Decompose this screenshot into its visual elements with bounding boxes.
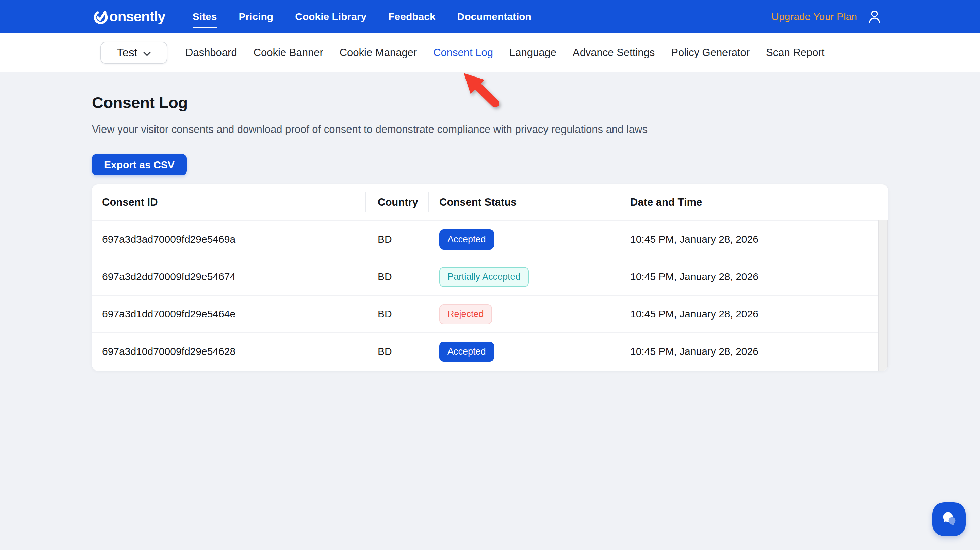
- status-badge: Accepted: [439, 342, 494, 362]
- tab-cookie-banner[interactable]: Cookie Banner: [253, 47, 323, 59]
- topnav-right: Upgrade Your Plan: [772, 9, 882, 24]
- datetime-cell: 10:45 PM, January 28, 2026: [620, 233, 888, 245]
- export-csv-button[interactable]: Export as CSV: [92, 154, 187, 175]
- site-selector-dropdown[interactable]: Test: [100, 42, 167, 63]
- tab-consent-log[interactable]: Consent Log: [433, 47, 493, 59]
- country-cell: BD: [365, 271, 428, 282]
- table-scrollbar[interactable]: [878, 220, 888, 371]
- brand-wordmark: onsently: [109, 8, 165, 25]
- tab-scan-report[interactable]: Scan Report: [766, 47, 824, 59]
- chevron-down-icon: [143, 46, 151, 59]
- chat-bubbles-icon: [940, 509, 959, 529]
- upgrade-plan-link[interactable]: Upgrade Your Plan: [772, 11, 857, 22]
- table-row: 697a3d3ad70009fd29e5469a BD Accepted 10:…: [92, 220, 888, 258]
- tab-language[interactable]: Language: [509, 47, 556, 59]
- table-row: 697a3d2dd70009fd29e54674 BD Partially Ac…: [92, 258, 888, 295]
- consently-logo-icon: [92, 8, 110, 25]
- site-tabs: Dashboard Cookie Banner Cookie Manager C…: [185, 47, 824, 59]
- tab-cookie-manager[interactable]: Cookie Manager: [340, 47, 417, 59]
- user-account-icon[interactable]: [867, 9, 882, 24]
- country-cell: BD: [365, 346, 428, 357]
- status-badge: Accepted: [439, 230, 494, 249]
- consent-log-table: Consent ID Country Consent Status Date a…: [92, 184, 888, 371]
- consent-id-cell: 697a3d10d70009fd29e54628: [92, 346, 365, 357]
- nav-feedback[interactable]: Feedback: [388, 11, 435, 22]
- consent-id-cell: 697a3d2dd70009fd29e54674: [92, 271, 365, 282]
- top-navbar: onsently Sites Pricing Cookie Library Fe…: [0, 0, 980, 33]
- status-badge: Partially Accepted: [439, 267, 529, 287]
- table-header-row: Consent ID Country Consent Status Date a…: [92, 184, 888, 220]
- site-navbar: Test Dashboard Cookie Banner Cookie Mana…: [0, 33, 980, 72]
- tab-advance-settings[interactable]: Advance Settings: [573, 47, 655, 59]
- column-header-consent-status: Consent Status: [428, 184, 620, 220]
- main-content: Consent Log View your visitor consents a…: [0, 72, 980, 371]
- column-header-date-time: Date and Time: [620, 184, 888, 220]
- tab-dashboard[interactable]: Dashboard: [185, 47, 237, 59]
- country-cell: BD: [365, 308, 428, 320]
- country-cell: BD: [365, 233, 428, 245]
- datetime-cell: 10:45 PM, January 28, 2026: [620, 346, 888, 357]
- consent-id-cell: 697a3d3ad70009fd29e5469a: [92, 233, 365, 245]
- column-header-country: Country: [365, 184, 428, 220]
- nav-documentation[interactable]: Documentation: [457, 11, 531, 22]
- page-title: Consent Log: [92, 93, 888, 112]
- page-subtitle: View your visitor consents and download …: [92, 124, 888, 136]
- nav-cookie-library[interactable]: Cookie Library: [295, 11, 366, 22]
- table-row: 697a3d1dd70009fd29e5464e BD Rejected 10:…: [92, 295, 888, 333]
- nav-sites[interactable]: Sites: [192, 11, 217, 22]
- site-selector-value: Test: [117, 46, 137, 59]
- table-row: 697a3d10d70009fd29e54628 BD Accepted 10:…: [92, 333, 888, 370]
- column-header-consent-id: Consent ID: [92, 184, 365, 220]
- tab-policy-generator[interactable]: Policy Generator: [671, 47, 749, 59]
- brand-logo[interactable]: onsently: [92, 8, 165, 25]
- consent-id-cell: 697a3d1dd70009fd29e5464e: [92, 308, 365, 320]
- primary-nav: Sites Pricing Cookie Library Feedback Do…: [192, 11, 531, 22]
- datetime-cell: 10:45 PM, January 28, 2026: [620, 271, 888, 282]
- status-badge: Rejected: [439, 304, 492, 324]
- datetime-cell: 10:45 PM, January 28, 2026: [620, 308, 888, 320]
- chat-widget-button[interactable]: [932, 502, 966, 536]
- nav-pricing[interactable]: Pricing: [239, 11, 273, 22]
